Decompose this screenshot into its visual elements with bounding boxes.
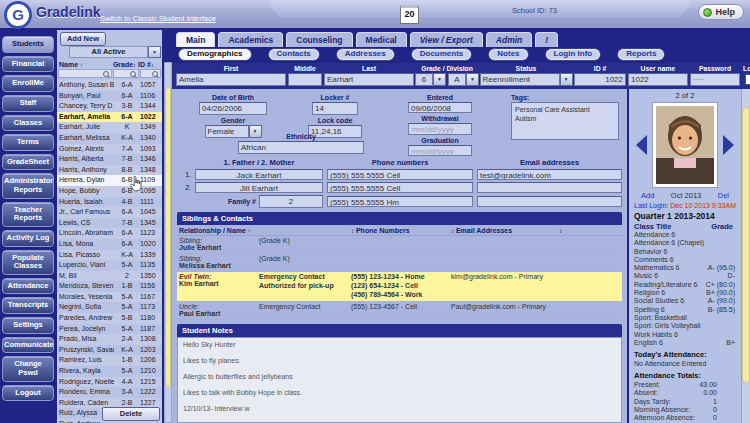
graduation-input[interactable]: mm/dd/yyyy <box>408 145 472 156</box>
sidebar-item[interactable]: Staff <box>2 95 54 112</box>
student-notes-textarea[interactable]: Hello Sky HunterLikes to fly planes.Alle… <box>177 337 622 423</box>
subtab-button[interactable]: Login Info <box>545 48 602 61</box>
subtab-button[interactable]: Demographics <box>178 48 252 61</box>
sidebar-item[interactable]: Activity Log <box>2 230 54 247</box>
contact-row[interactable]: Evil Twin: Kim Earhart Emergency Contact… <box>177 272 622 302</box>
sidebar-item[interactable]: Classes <box>2 115 54 132</box>
lock-checkbox[interactable] <box>745 74 750 85</box>
student-row[interactable]: Negrini, Sofia 5-A 1173 <box>57 302 162 313</box>
photo-next-arrow[interactable] <box>723 135 734 155</box>
tab[interactable]: Academics <box>218 32 283 47</box>
class-row[interactable]: Mathematics 6 A- (95.0) <box>629 264 741 272</box>
student-row[interactable]: Earhart, Amelia 6-A 1022 <box>57 112 162 123</box>
student-row[interactable]: Lupercio, Viani 5-A 1135 <box>57 260 162 271</box>
grade-search-input[interactable] <box>113 69 139 78</box>
add-new-button[interactable]: Add New <box>60 32 106 46</box>
student-row[interactable]: Chancey, Terry D 3-B 1344 <box>57 101 162 112</box>
tab[interactable]: Medical <box>356 32 407 47</box>
grade-select[interactable]: 6 <box>415 73 433 86</box>
student-filter-select[interactable]: All Active <box>69 46 148 58</box>
tags-box[interactable]: Personal Care Assistant Autism <box>511 102 619 140</box>
id-search-input[interactable] <box>140 69 161 78</box>
withdrawal-input[interactable]: mm/dd/yyyy <box>408 123 472 134</box>
student-row[interactable]: Ramirez, Luis 1-B 1206 <box>57 355 162 366</box>
calendar-badge[interactable]: 20 <box>400 5 419 24</box>
parent2-name-input[interactable]: Jill Earhart <box>195 182 323 193</box>
scrollbar-thumb[interactable] <box>742 107 750 383</box>
subtab-button[interactable]: Contacts <box>268 48 320 61</box>
student-row[interactable]: Prado, Misa 2-A 1308 <box>57 334 162 345</box>
contacts-column-emails[interactable]: ↕ Email Addresses <box>451 227 559 234</box>
class-row[interactable]: Work Habits 6 <box>629 331 741 339</box>
student-row[interactable]: Gomez, Alexis 7-A 1093 <box>57 144 162 155</box>
student-row[interactable]: Morales, Yesenia 5-A 1167 <box>57 292 162 303</box>
sidebar-item[interactable]: Change Pswd <box>2 356 54 381</box>
contacts-column-name[interactable]: Relationship / Name ↑ <box>179 227 351 234</box>
parent2-email-input[interactable] <box>477 182 622 193</box>
parent1-phone-input[interactable]: (555) 555.5555 Cell <box>327 169 473 180</box>
subtab-button[interactable]: Addresses <box>336 48 395 61</box>
contact-row[interactable]: Sibling: Julie Earhart (Grade K) <box>177 236 622 254</box>
student-row[interactable]: Herrera, Dylan 6-B 1109 <box>57 175 162 186</box>
student-row[interactable]: M, Bil 2 1350 <box>57 271 162 282</box>
sidebar-item[interactable]: Transcripts <box>2 297 54 314</box>
subtab-button[interactable]: Notes <box>488 48 528 61</box>
tab[interactable]: Main <box>176 32 215 47</box>
class-row[interactable]: Religion 6 B+ (90.0) <box>629 289 741 297</box>
column-grade[interactable]: Grade↕ <box>111 61 138 68</box>
student-row[interactable]: Paredes, Andrew 5-B 1180 <box>57 313 162 324</box>
entered-input[interactable]: 09/06/2008 <box>408 102 472 113</box>
parent1-email-input[interactable]: test@gradelink.com <box>477 169 622 180</box>
photo-prev-arrow[interactable] <box>636 135 647 155</box>
sidebar-item[interactable]: Attendance <box>2 278 54 295</box>
student-row[interactable]: Lincoln, Abraham B 6-A 1123 <box>57 228 162 239</box>
student-row[interactable]: Hope, Bobby 6-B 1095 <box>57 186 162 197</box>
contact-row[interactable]: Uncle: Paul Earhart Emergency Contact (5… <box>177 302 622 320</box>
summary-scrollbar[interactable] <box>741 89 750 423</box>
chevron-down-icon[interactable]: ▼ <box>466 73 479 86</box>
sidebar-item[interactable]: Administrator Reports <box>2 173 54 198</box>
contact-row[interactable]: Sibling: Melissa Earhart (Grade K) <box>177 254 622 272</box>
class-row[interactable]: Reading/Literature 6 C+ (80.0) <box>629 281 741 289</box>
dob-input[interactable]: 04/26/2006 <box>199 102 267 115</box>
password-input[interactable]: ···· <box>690 73 740 86</box>
class-row[interactable]: Spelling 6 B- (85.5) <box>629 306 741 314</box>
family-email-input[interactable] <box>477 196 622 207</box>
sidebar-item[interactable]: Students <box>2 36 54 53</box>
student-row[interactable]: Huerta, Isaiah 4-B 1111 <box>57 197 162 208</box>
delete-button[interactable]: Delete <box>102 407 160 421</box>
subtab-button[interactable]: Reports <box>617 48 665 61</box>
switch-classic-link[interactable]: Switch to Classic Student Interface <box>100 14 216 23</box>
main-scrollbar[interactable] <box>164 62 172 423</box>
sidebar-item[interactable]: Communicate <box>2 337 54 354</box>
id-input[interactable]: 1022 <box>574 73 626 86</box>
home-phone-input[interactable]: (555) 555.5555 Hm <box>327 196 473 207</box>
class-row[interactable]: Attendance 6 (Chapel) <box>629 239 741 247</box>
class-row[interactable]: Music 6 D- <box>629 272 741 280</box>
name-search-input[interactable] <box>58 69 112 78</box>
student-row[interactable]: Harris, Alberta 7-B 1346 <box>57 154 162 165</box>
class-row[interactable]: Sport: Basketball <box>629 314 741 322</box>
student-row[interactable]: Anthony, Susan B 6-A 1057 <box>57 80 162 91</box>
student-row[interactable]: Lisa, Picasso K-A 1339 <box>57 250 162 261</box>
family-number-input[interactable]: 2 <box>259 195 323 208</box>
status-select[interactable]: Reenrollment <box>480 73 560 86</box>
class-row[interactable]: Sport: Girls Volleyball <box>629 322 741 330</box>
ethnicity-input[interactable]: African <box>238 141 364 154</box>
sidebar-item[interactable]: Terms <box>2 134 54 151</box>
student-row[interactable]: Rondero, Emma 3-A 1222 <box>57 387 162 398</box>
column-id[interactable]: ID #↕ <box>138 61 159 68</box>
student-row[interactable]: Mendoza, Steven 1-B 1156 <box>57 281 162 292</box>
class-row[interactable]: Behavior 6 <box>629 248 741 256</box>
sidebar-item[interactable]: Populate Classes <box>2 250 54 275</box>
first-name-input[interactable]: Amelia <box>176 73 286 86</box>
help-button[interactable]: Help <box>698 4 744 20</box>
student-row[interactable]: Earhart, Melissa K-A 1340 <box>57 133 162 144</box>
tab[interactable]: ! <box>535 32 558 47</box>
student-row[interactable]: Jr., Carl Famous 6-A 1045 <box>57 207 162 218</box>
sidebar-item[interactable]: Settings <box>2 317 54 334</box>
chevron-down-icon[interactable]: ▼ <box>560 73 573 86</box>
student-row[interactable]: Bunyan, Paul 6-A 1106 <box>57 91 162 102</box>
sidebar-item[interactable]: GradeSheet <box>2 154 54 171</box>
subtab-button[interactable]: Documents <box>411 48 473 61</box>
